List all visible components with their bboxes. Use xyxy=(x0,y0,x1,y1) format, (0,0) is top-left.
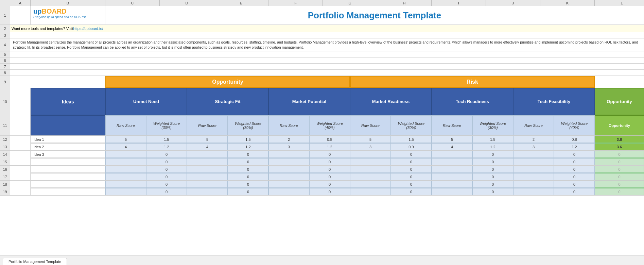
raw-score-6-5[interactable] xyxy=(513,181,554,188)
weighted-score-5-3[interactable]: 0 xyxy=(391,173,432,180)
sheet-tab-0[interactable]: Portfolio Management Template xyxy=(3,258,67,265)
weighted-score-3-0[interactable]: 0 xyxy=(146,158,187,165)
weighted-score-2-4[interactable]: 0 xyxy=(472,151,513,158)
idea-cell-1[interactable]: Idea 2 xyxy=(31,143,105,150)
raw-score-4-1[interactable] xyxy=(187,166,228,173)
raw-score-7-3[interactable] xyxy=(350,188,391,195)
idea-cell-7[interactable] xyxy=(31,188,105,195)
raw-score-2-3[interactable] xyxy=(350,151,391,158)
weighted-score-7-2[interactable]: 0 xyxy=(309,188,350,195)
raw-score-5-0[interactable] xyxy=(105,173,146,180)
raw-score-7-1[interactable] xyxy=(187,188,228,195)
idea-cell-4[interactable] xyxy=(31,166,105,173)
raw-score-2-1[interactable] xyxy=(187,151,228,158)
opportunity-score-6[interactable]: 0 xyxy=(595,181,644,188)
raw-score-7-2[interactable] xyxy=(268,188,309,195)
raw-score-2-5[interactable] xyxy=(513,151,554,158)
weighted-score-2-3[interactable]: 0 xyxy=(391,151,432,158)
weighted-score-5-5[interactable]: 0 xyxy=(554,173,595,180)
weighted-score-1-1[interactable]: 1.2 xyxy=(228,143,268,150)
weighted-score-4-4[interactable]: 0 xyxy=(472,166,513,173)
raw-score-7-5[interactable] xyxy=(513,188,554,195)
idea-cell-2[interactable]: Idea 3 xyxy=(31,151,105,158)
raw-score-0-2[interactable]: 2 xyxy=(268,136,309,143)
raw-score-2-0[interactable] xyxy=(105,151,146,158)
raw-score-0-5[interactable]: 2 xyxy=(513,136,554,143)
opportunity-score-2[interactable]: 0 xyxy=(595,151,644,158)
weighted-score-2-0[interactable]: 0 xyxy=(146,151,187,158)
weighted-score-3-5[interactable]: 0 xyxy=(554,158,595,165)
weighted-score-3-4[interactable]: 0 xyxy=(472,158,513,165)
weighted-score-0-1[interactable]: 1.5 xyxy=(228,136,268,143)
weighted-score-2-1[interactable]: 0 xyxy=(228,151,268,158)
raw-score-3-3[interactable] xyxy=(350,158,391,165)
weighted-score-0-0[interactable]: 1.5 xyxy=(146,136,187,143)
opportunity-score-0[interactable]: 3.8 xyxy=(595,136,644,143)
weighted-score-0-4[interactable]: 1.5 xyxy=(472,136,513,143)
raw-score-4-4[interactable] xyxy=(432,166,472,173)
raw-score-0-1[interactable]: 5 xyxy=(187,136,228,143)
idea-cell-3[interactable] xyxy=(31,158,105,165)
raw-score-6-4[interactable] xyxy=(432,181,472,188)
raw-score-3-2[interactable] xyxy=(268,158,309,165)
weighted-score-7-3[interactable]: 0 xyxy=(391,188,432,195)
banner-link[interactable]: https://upboard.io/ xyxy=(73,27,103,31)
weighted-score-6-4[interactable]: 0 xyxy=(472,181,513,188)
weighted-score-3-2[interactable]: 0 xyxy=(309,158,350,165)
weighted-score-2-5[interactable]: 0 xyxy=(554,151,595,158)
raw-score-3-0[interactable] xyxy=(105,158,146,165)
opportunity-score-4[interactable]: 0 xyxy=(595,166,644,173)
raw-score-2-4[interactable] xyxy=(432,151,472,158)
weighted-score-1-3[interactable]: 0.9 xyxy=(391,143,432,150)
raw-score-6-2[interactable] xyxy=(268,181,309,188)
raw-score-1-2[interactable]: 3 xyxy=(268,143,309,150)
raw-score-3-4[interactable] xyxy=(432,158,472,165)
raw-score-3-1[interactable] xyxy=(187,158,228,165)
weighted-score-2-2[interactable]: 0 xyxy=(309,151,350,158)
raw-score-1-4[interactable]: 4 xyxy=(432,143,472,150)
weighted-score-5-0[interactable]: 0 xyxy=(146,173,187,180)
raw-score-6-3[interactable] xyxy=(350,181,391,188)
opportunity-score-7[interactable]: 0 xyxy=(595,188,644,195)
weighted-score-6-2[interactable]: 0 xyxy=(309,181,350,188)
raw-score-0-4[interactable]: 5 xyxy=(432,136,472,143)
weighted-score-4-3[interactable]: 0 xyxy=(391,166,432,173)
raw-score-3-5[interactable] xyxy=(513,158,554,165)
weighted-score-7-5[interactable]: 0 xyxy=(554,188,595,195)
raw-score-5-3[interactable] xyxy=(350,173,391,180)
weighted-score-6-3[interactable]: 0 xyxy=(391,181,432,188)
weighted-score-7-4[interactable]: 0 xyxy=(472,188,513,195)
raw-score-1-1[interactable]: 4 xyxy=(187,143,228,150)
weighted-score-0-2[interactable]: 0.8 xyxy=(309,136,350,143)
weighted-score-7-0[interactable]: 0 xyxy=(146,188,187,195)
weighted-score-6-0[interactable]: 0 xyxy=(146,181,187,188)
weighted-score-1-2[interactable]: 1.2 xyxy=(309,143,350,150)
idea-cell-0[interactable]: Idea 1 xyxy=(31,136,105,143)
raw-score-0-0[interactable]: 5 xyxy=(105,136,146,143)
weighted-score-1-0[interactable]: 1.2 xyxy=(146,143,187,150)
weighted-score-7-1[interactable]: 0 xyxy=(228,188,268,195)
weighted-score-5-1[interactable]: 0 xyxy=(228,173,268,180)
raw-score-4-0[interactable] xyxy=(105,166,146,173)
raw-score-5-1[interactable] xyxy=(187,173,228,180)
opportunity-score-3[interactable]: 0 xyxy=(595,158,644,165)
raw-score-7-0[interactable] xyxy=(105,188,146,195)
weighted-score-4-1[interactable]: 0 xyxy=(228,166,268,173)
idea-cell-5[interactable] xyxy=(31,173,105,180)
weighted-score-4-5[interactable]: 0 xyxy=(554,166,595,173)
weighted-score-0-3[interactable]: 1.5 xyxy=(391,136,432,143)
weighted-score-6-5[interactable]: 0 xyxy=(554,181,595,188)
raw-score-1-5[interactable]: 3 xyxy=(513,143,554,150)
raw-score-4-5[interactable] xyxy=(513,166,554,173)
raw-score-4-2[interactable] xyxy=(268,166,309,173)
raw-score-5-2[interactable] xyxy=(268,173,309,180)
weighted-score-3-3[interactable]: 0 xyxy=(391,158,432,165)
raw-score-7-4[interactable] xyxy=(432,188,472,195)
opportunity-score-5[interactable]: 0 xyxy=(595,173,644,180)
raw-score-2-2[interactable] xyxy=(268,151,309,158)
raw-score-1-3[interactable]: 3 xyxy=(350,143,391,150)
weighted-score-1-5[interactable]: 1.2 xyxy=(554,143,595,150)
weighted-score-1-4[interactable]: 1.2 xyxy=(472,143,513,150)
weighted-score-5-2[interactable]: 0 xyxy=(309,173,350,180)
weighted-score-4-2[interactable]: 0 xyxy=(309,166,350,173)
